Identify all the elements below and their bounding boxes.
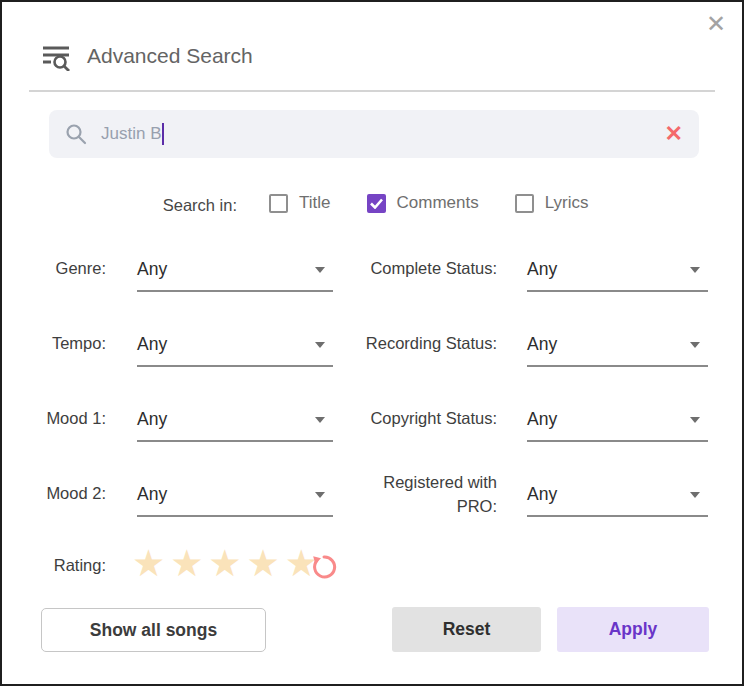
chevron-down-icon <box>690 267 700 273</box>
checkbox-label: Title <box>299 193 331 213</box>
checkbox-comments[interactable]: Comments <box>367 193 479 213</box>
show-all-songs-button[interactable]: Show all songs <box>41 608 266 652</box>
page-title: Advanced Search <box>87 44 253 68</box>
mood2-label: Mood 2: <box>18 481 106 505</box>
checkbox-box-comments[interactable] <box>367 194 386 213</box>
tempo-dropdown[interactable]: Any <box>137 333 333 367</box>
copyright-status-value: Any <box>527 409 557 429</box>
mood2-dropdown[interactable]: Any <box>137 483 333 517</box>
mood2-value: Any <box>137 484 167 504</box>
advanced-search-icon <box>42 43 70 71</box>
rating-reset-icon[interactable] <box>310 553 338 581</box>
complete-status-value: Any <box>527 259 557 279</box>
chevron-down-icon <box>315 267 325 273</box>
registered-with-pro-dropdown[interactable]: Any <box>527 483 708 517</box>
chevron-down-icon <box>690 492 700 498</box>
chevron-down-icon <box>690 417 700 423</box>
rating-stars[interactable]: ★★★★★ <box>132 542 323 585</box>
registered-with-pro-value: Any <box>527 484 557 504</box>
rating-label: Rating: <box>18 556 106 575</box>
search-in-label: Search in: <box>117 196 237 215</box>
mood1-label: Mood 1: <box>18 406 106 430</box>
checkbox-label: Lyrics <box>545 193 589 213</box>
search-value: Justin B <box>101 124 161 144</box>
copyright-status-dropdown[interactable]: Any <box>527 408 708 442</box>
reset-button[interactable]: Reset <box>392 607 541 652</box>
checkbox-box-lyrics[interactable] <box>515 194 534 213</box>
mood1-dropdown[interactable]: Any <box>137 408 333 442</box>
recording-status-dropdown[interactable]: Any <box>527 333 708 367</box>
recording-status-label: Recording Status: <box>347 331 497 355</box>
checkbox-title[interactable]: Title <box>269 193 331 213</box>
tempo-value: Any <box>137 334 167 354</box>
search-icon <box>65 123 87 145</box>
recording-status-value: Any <box>527 334 557 354</box>
mood1-value: Any <box>137 409 167 429</box>
tempo-label: Tempo: <box>18 331 106 355</box>
copyright-status-label: Copyright Status: <box>347 406 497 430</box>
chevron-down-icon <box>315 417 325 423</box>
checkbox-box-title[interactable] <box>269 194 288 213</box>
chevron-down-icon <box>315 492 325 498</box>
complete-status-dropdown[interactable]: Any <box>527 258 708 292</box>
search-in-options: Title Comments Lyrics <box>269 193 588 213</box>
text-caret <box>162 123 164 145</box>
checkbox-label: Comments <box>397 193 479 213</box>
header-divider <box>29 90 715 92</box>
chevron-down-icon <box>315 342 325 348</box>
genre-dropdown[interactable]: Any <box>137 258 333 292</box>
apply-button[interactable]: Apply <box>557 607 709 652</box>
advanced-search-dialog: ✕ Advanced Search Justin B ✕ Search in: … <box>0 0 744 686</box>
genre-value: Any <box>137 259 167 279</box>
search-input[interactable]: Justin B ✕ <box>49 110 699 158</box>
close-icon[interactable]: ✕ <box>706 12 726 36</box>
registered-with-pro-label: Registered with PRO: <box>347 470 497 518</box>
genre-label: Genre: <box>18 256 106 280</box>
checkbox-lyrics[interactable]: Lyrics <box>515 193 589 213</box>
complete-status-label: Complete Status: <box>347 256 497 280</box>
chevron-down-icon <box>690 342 700 348</box>
clear-search-icon[interactable]: ✕ <box>665 123 683 145</box>
